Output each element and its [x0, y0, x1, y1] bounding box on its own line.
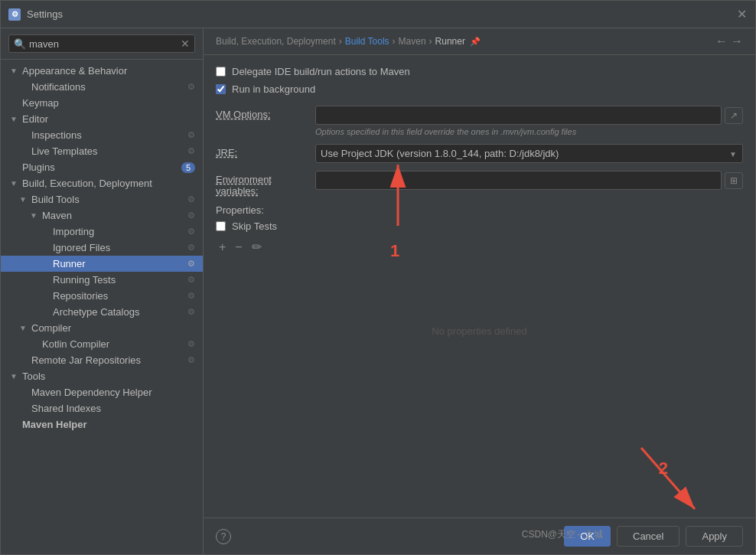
settings-icon: ⚙	[187, 146, 195, 156]
sidebar-item-kotlin-compiler[interactable]: Kotlin Compiler ⚙	[1, 336, 203, 352]
vm-options-row: VM Options: ↗ Options specified in this …	[216, 106, 743, 136]
skip-tests-label: Skip Tests	[232, 220, 277, 232]
close-button[interactable]: ✕	[735, 8, 748, 21]
env-vars-label: Environment variables:	[216, 171, 315, 197]
breadcrumb-sep-2: ›	[393, 36, 396, 47]
sidebar-item-archetype-catalogs[interactable]: Archetype Catalogs ⚙	[1, 304, 203, 320]
arrow-icon: ▼	[19, 195, 30, 204]
vm-options-expand-button[interactable]: ↗	[725, 107, 743, 124]
settings-icon: ⚙	[187, 130, 195, 140]
settings-icon: ⚙	[187, 339, 195, 349]
settings-icon: ⚙	[187, 355, 195, 365]
settings-icon: ⚙	[187, 291, 195, 301]
breadcrumb-part-4: Runner	[435, 36, 465, 47]
sidebar-item-ignored-files[interactable]: Ignored Files ⚙	[1, 240, 203, 256]
sidebar-item-notifications[interactable]: Notifications ⚙	[1, 79, 203, 95]
search-box: 🔍 ✕	[1, 28, 203, 60]
breadcrumb-nav: ← →	[715, 34, 743, 48]
delegate-checkbox-row: Delegate IDE build/run actions to Maven	[216, 66, 743, 77]
breadcrumb-part-2: Build Tools	[345, 36, 389, 47]
arrow-icon: ▼	[10, 115, 21, 123]
search-clear-button[interactable]: ✕	[181, 38, 190, 50]
sidebar-item-compiler[interactable]: ▼ Compiler	[1, 320, 203, 336]
jre-label: JRE:	[216, 144, 315, 158]
settings-icon: ⚙	[187, 194, 195, 204]
properties-toolbar: + − ✏	[216, 238, 743, 256]
sidebar-item-repositories[interactable]: Repositories ⚙	[1, 288, 203, 304]
settings-icon: ⚙	[187, 307, 195, 317]
jre-select[interactable]: Use Project JDK (version 1.8.0_144, path…	[315, 144, 743, 163]
breadcrumb-sep-3: ›	[429, 36, 432, 47]
env-vars-expand-button[interactable]: ⊞	[725, 172, 743, 189]
skip-tests-row: Skip Tests	[216, 220, 743, 232]
watermark: CSDN@天空～之城	[522, 528, 603, 541]
sidebar-item-shared-indexes[interactable]: Shared Indexes	[1, 400, 203, 416]
forward-button[interactable]: →	[731, 34, 743, 48]
nav-tree: ▼ Appearance & Behavior Notifications ⚙ …	[1, 60, 203, 554]
sidebar-item-build-execution[interactable]: ▼ Build, Execution, Deployment	[1, 175, 203, 191]
skip-tests-checkbox[interactable]	[216, 221, 226, 231]
apply-button[interactable]: Apply	[686, 526, 743, 547]
run-background-checkbox-row: Run in background	[216, 83, 743, 95]
annotation-number-1: 1	[390, 241, 399, 261]
env-vars-row: Environment variables: ⊞	[216, 171, 743, 197]
settings-icon: ⚙	[187, 259, 195, 269]
cancel-button[interactable]: Cancel	[617, 526, 679, 547]
breadcrumb-part-1: Build, Execution, Deployment	[216, 36, 336, 47]
back-button[interactable]: ←	[715, 34, 728, 48]
breadcrumb: Build, Execution, Deployment › Build Too…	[204, 28, 755, 55]
sidebar-item-importing[interactable]: Importing ⚙	[1, 224, 203, 240]
arrow-icon: ▼	[30, 211, 41, 220]
sidebar-item-live-templates[interactable]: Live Templates ⚙	[1, 143, 203, 159]
vm-options-input[interactable]	[315, 106, 722, 125]
delegate-checkbox[interactable]	[216, 67, 226, 77]
search-icon: 🔍	[14, 38, 26, 50]
app-icon: ⚙	[8, 8, 21, 21]
properties-label: Properties:	[216, 204, 743, 216]
sidebar-item-maven-helper[interactable]: Maven Helper	[1, 416, 203, 433]
sidebar-item-build-tools[interactable]: ▼ Build Tools ⚙	[1, 191, 203, 207]
sidebar-item-maven-dep-helper[interactable]: Maven Dependency Helper	[1, 384, 203, 400]
properties-section: Properties: Skip Tests + − ✏ No properti…	[216, 204, 743, 400]
settings-icon: ⚙	[187, 227, 195, 237]
sidebar-item-inspections[interactable]: Inspections ⚙	[1, 127, 203, 143]
vm-options-hint: Options specified in this field override…	[315, 127, 743, 136]
sidebar-item-editor[interactable]: ▼ Editor	[1, 111, 203, 127]
sidebar-item-appearance[interactable]: ▼ Appearance & Behavior	[1, 63, 203, 79]
properties-empty-state: No properties defined	[216, 262, 743, 400]
breadcrumb-part-3: Maven	[399, 36, 426, 47]
add-property-button[interactable]: +	[216, 238, 229, 256]
sidebar-item-tools[interactable]: ▼ Tools	[1, 368, 203, 384]
breadcrumb-sep-1: ›	[339, 36, 342, 47]
sidebar-item-remote-jar[interactable]: Remote Jar Repositories ⚙	[1, 352, 203, 368]
edit-property-button[interactable]: ✏	[249, 238, 265, 256]
sidebar-item-plugins[interactable]: Plugins 5	[1, 159, 203, 175]
env-vars-input[interactable]	[315, 171, 722, 190]
run-background-checkbox[interactable]	[216, 84, 226, 94]
form-content: Delegate IDE build/run actions to Maven …	[204, 55, 755, 517]
help-button[interactable]: ?	[216, 529, 231, 544]
window-title: Settings	[27, 8, 735, 20]
plugins-badge: 5	[181, 162, 195, 173]
search-input[interactable]	[29, 38, 181, 50]
main-panel: Build, Execution, Deployment › Build Too…	[204, 28, 755, 554]
annotation-number-2: 2	[659, 459, 668, 478]
sidebar-item-running-tests[interactable]: Running Tests ⚙	[1, 272, 203, 288]
bottom-bar: ? OK Cancel Apply	[204, 517, 755, 554]
sidebar-item-runner[interactable]: Runner ⚙	[1, 256, 203, 272]
sidebar-item-keymap[interactable]: Keymap	[1, 95, 203, 111]
settings-icon: ⚙	[187, 275, 195, 285]
pin-icon: 📌	[470, 37, 481, 47]
jre-row: JRE: Use Project JDK (version 1.8.0_144,…	[216, 144, 743, 163]
arrow-icon: ▼	[10, 372, 21, 380]
settings-icon: ⚙	[187, 211, 195, 220]
arrow-icon: ▼	[19, 324, 30, 332]
remove-property-button[interactable]: −	[232, 238, 245, 256]
delegate-label: Delegate IDE build/run actions to Maven	[232, 66, 410, 77]
titlebar: ⚙ Settings ✕	[1, 1, 755, 28]
sidebar-item-maven[interactable]: ▼ Maven ⚙	[1, 207, 203, 224]
arrow-icon: ▼	[10, 179, 21, 188]
settings-icon: ⚙	[187, 243, 195, 253]
arrow-icon: ▼	[10, 67, 21, 75]
sidebar: 🔍 ✕ ▼ Appearance & Behavior Notification…	[1, 28, 204, 554]
